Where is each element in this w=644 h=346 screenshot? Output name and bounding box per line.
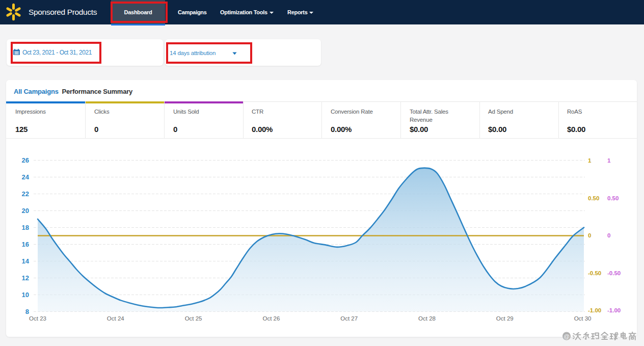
svg-text:1: 1 <box>588 157 592 164</box>
svg-text:1: 1 <box>607 157 611 164</box>
svg-text:24: 24 <box>22 173 30 181</box>
svg-text:Oct 28: Oct 28 <box>418 315 436 322</box>
svg-text:-1.00: -1.00 <box>588 307 601 313</box>
svg-text:Oct 27: Oct 27 <box>340 315 358 322</box>
svg-text:-0.50: -0.50 <box>588 270 601 276</box>
svg-text:0: 0 <box>588 232 591 238</box>
svg-text:-1.00: -1.00 <box>607 307 621 313</box>
svg-text:0.50: 0.50 <box>588 195 599 201</box>
svg-text:0: 0 <box>607 232 610 238</box>
svg-text:0.50: 0.50 <box>607 195 619 201</box>
svg-text:20: 20 <box>22 207 29 215</box>
svg-text:@: @ <box>564 333 569 339</box>
svg-text:18: 18 <box>22 224 29 231</box>
svg-text:Oct 24: Oct 24 <box>107 315 124 322</box>
svg-text:Oct 26: Oct 26 <box>262 315 280 322</box>
svg-text:Oct 30: Oct 30 <box>574 315 592 322</box>
svg-text:-0.50: -0.50 <box>607 270 621 276</box>
svg-text:8: 8 <box>25 308 29 315</box>
svg-text:Oct 29: Oct 29 <box>496 315 514 322</box>
svg-text:Oct 23: Oct 23 <box>29 315 46 322</box>
svg-text:10: 10 <box>22 291 29 299</box>
svg-text:12: 12 <box>22 274 29 282</box>
svg-text:14: 14 <box>22 257 30 265</box>
svg-text:16: 16 <box>22 241 29 248</box>
svg-text:22: 22 <box>22 190 29 198</box>
svg-text:Oct 25: Oct 25 <box>185 315 202 322</box>
svg-text:26: 26 <box>22 156 29 164</box>
